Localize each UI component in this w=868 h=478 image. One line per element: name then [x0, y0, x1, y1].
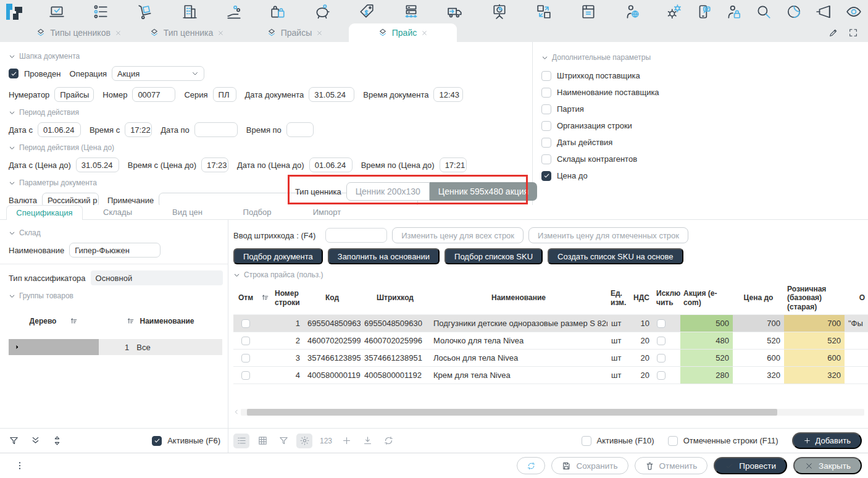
row-checkbox[interactable] — [241, 337, 250, 345]
package-doc-icon[interactable] — [580, 4, 596, 20]
period-date-from-field[interactable]: 01.06.24 — [38, 122, 81, 137]
search-icon[interactable] — [756, 4, 772, 20]
add-row-button[interactable]: Добавить — [792, 432, 862, 449]
create-sku-list-button[interactable]: Создать список SKU на основе — [548, 248, 683, 264]
column-header-price_to[interactable]: Цена до — [733, 282, 784, 314]
operation-select[interactable]: Акция — [112, 66, 204, 81]
column-header-barcode[interactable]: Штрихкод — [361, 282, 430, 314]
section-goods-groups[interactable]: Группы товаров — [9, 291, 223, 300]
section-period[interactable]: Период действия — [9, 108, 532, 117]
post-button[interactable]: Провести — [714, 457, 787, 474]
swap-squares-icon[interactable] — [535, 4, 552, 20]
cell-excl[interactable] — [653, 350, 680, 366]
table-row[interactable]: 169550485096306955048509630Подгузники де… — [233, 315, 868, 332]
gears-icon[interactable] — [666, 4, 682, 20]
column-header-name[interactable]: Наименование — [430, 282, 607, 314]
number-field[interactable]: 00077 — [132, 87, 175, 102]
save-button[interactable]: Сохранить — [551, 457, 628, 474]
posted-checkbox[interactable] — [9, 69, 19, 78]
column-header-sort[interactable] — [258, 282, 272, 314]
list-view-icon[interactable] — [233, 434, 249, 448]
cancel-button[interactable]: Отменить — [635, 457, 708, 474]
warehouse-name-field[interactable]: Гипер-Фьюжен — [69, 243, 161, 258]
presentation-chart-icon[interactable] — [491, 4, 508, 20]
tab-Прайс[interactable]: Прайс — [349, 23, 457, 42]
extra-param-checkbox[interactable] — [541, 71, 551, 81]
table-row[interactable]: 440058000011924005800001192Крем для тела… — [233, 367, 868, 384]
price-tag-icon[interactable] — [358, 4, 375, 20]
pricetag-option-button[interactable]: Ценник 200x130 — [346, 182, 430, 201]
close-tab-icon[interactable] — [115, 30, 122, 36]
sort-asc-icon[interactable] — [127, 317, 135, 325]
cell-otm[interactable] — [233, 350, 258, 366]
table-row[interactable]: 246007020259964600702025996Молочко для т… — [233, 332, 868, 350]
row-checkbox[interactable] — [241, 319, 250, 328]
double-chevron-down-icon[interactable] — [30, 435, 41, 446]
cell-excl[interactable] — [653, 332, 680, 349]
extra-param-checkbox[interactable] — [541, 104, 551, 114]
cell-otm[interactable] — [233, 315, 258, 332]
download-icon[interactable] — [359, 434, 375, 448]
app-logo[interactable] — [5, 3, 23, 20]
column-header-retail[interactable]: Розничная (базовая) (старая) — [784, 282, 845, 314]
section-period-price[interactable]: Период действия (Цена до) — [9, 143, 532, 152]
building-icon[interactable] — [181, 4, 198, 20]
tab-Вид цен[interactable]: Вид цен — [152, 205, 222, 219]
column-header-excl[interactable]: Исклю чить — [653, 282, 680, 314]
grid-view-icon[interactable] — [254, 434, 270, 448]
close-tab-icon[interactable] — [316, 30, 323, 36]
period-date-to-field[interactable] — [194, 122, 238, 137]
kebab-menu-icon[interactable] — [15, 461, 25, 471]
extra-param-checkbox[interactable] — [541, 88, 551, 98]
extra-param-checkbox[interactable] — [541, 154, 551, 164]
row-checkbox[interactable] — [657, 354, 666, 363]
period-time-to-field[interactable] — [286, 122, 314, 137]
column-header-otm[interactable]: Отм — [233, 282, 258, 314]
tab-Тип ценника[interactable]: Тип ценника — [133, 23, 241, 42]
cell-otm[interactable] — [233, 332, 258, 349]
row-checkbox[interactable] — [657, 371, 666, 380]
pp-date-from-field[interactable]: 31.05.24 — [76, 157, 119, 172]
cell-otm[interactable] — [233, 367, 258, 384]
period-time-from-field[interactable]: 17:22 — [125, 122, 152, 137]
trolley-icon[interactable] — [137, 4, 154, 20]
row-checkbox[interactable] — [241, 371, 250, 380]
phone-chat-icon[interactable] — [696, 4, 712, 20]
extra-param-checkbox[interactable] — [541, 138, 551, 148]
doc-date-field[interactable]: 31.05.24 — [309, 87, 354, 102]
numerator-field[interactable]: Прайсы — [54, 87, 94, 102]
pp-date-to-field[interactable]: 01.06.24 — [309, 157, 353, 172]
table-row[interactable]: 335746612389513574661238951Лосьон для те… — [233, 350, 868, 367]
extra-param-checkbox[interactable] — [541, 121, 551, 131]
active-f6-checkbox[interactable] — [152, 436, 162, 446]
change-price-marked-button[interactable]: Изменить цену для отмеченных строк — [528, 227, 688, 243]
extra-param-checkbox[interactable] — [541, 171, 551, 181]
close-tab-icon[interactable] — [421, 30, 428, 36]
filter-icon[interactable] — [9, 435, 19, 446]
row-checkbox[interactable] — [657, 337, 666, 345]
repeat-icon[interactable] — [380, 434, 396, 448]
fill-from-base-button[interactable]: Заполнить на основании — [328, 248, 440, 264]
tab-Спецификация[interactable]: Спецификация — [6, 205, 83, 220]
pricetag-option-button[interactable]: Ценник 595x480 акция — [430, 182, 537, 201]
tab-Типы ценников[interactable]: Типы ценников — [25, 23, 133, 42]
tab-Прайсы[interactable]: Прайсы — [241, 23, 349, 42]
scrollbar-track[interactable] — [241, 409, 864, 416]
section-price-rows[interactable]: Строка прайса (польз.) — [233, 270, 868, 279]
section-extra-params[interactable]: Дополнительные параметры — [541, 53, 868, 62]
person-globe-icon[interactable] — [624, 4, 641, 20]
tree-row[interactable]: 1Все — [9, 339, 222, 355]
settings-icon[interactable] — [296, 434, 312, 448]
column-header-extra[interactable]: О — [845, 282, 868, 314]
fullscreen-icon[interactable] — [848, 28, 858, 38]
tab-Импорт[interactable]: Импорт — [292, 205, 362, 219]
cell-excl[interactable] — [653, 315, 680, 332]
megaphone-icon[interactable] — [816, 4, 832, 20]
hand-coins-icon[interactable] — [225, 4, 242, 20]
person-lock-icon[interactable] — [725, 4, 742, 20]
doc-time-field[interactable]: 12:43 — [433, 87, 463, 102]
filter-icon[interactable] — [275, 434, 291, 448]
edit-pencil-icon[interactable] — [828, 28, 838, 38]
series-field[interactable]: ПЛ — [213, 87, 236, 102]
row-checkbox[interactable] — [657, 319, 666, 328]
